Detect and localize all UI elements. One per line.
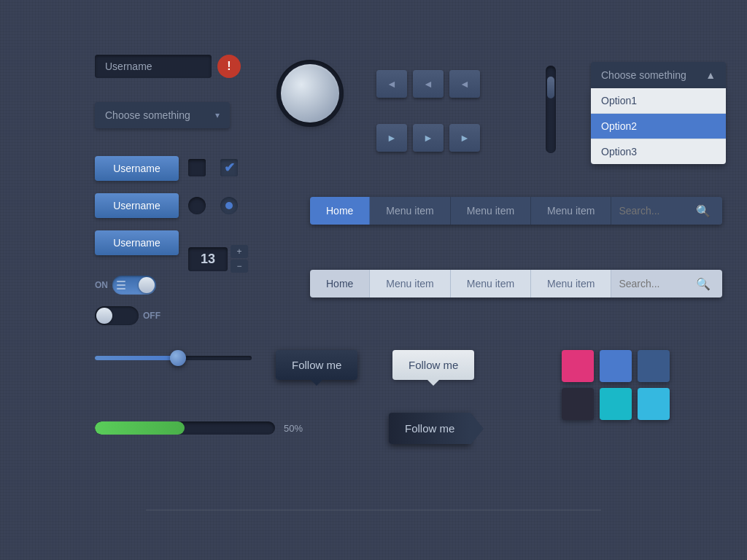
scrollbar-thumb [547, 77, 554, 98]
nav-tab-home-light[interactable]: Home [310, 270, 370, 298]
dropdown-left-group: Choose something ▾ [95, 102, 230, 128]
dropdown-left-label: Choose something [105, 109, 190, 121]
dropdown-right-group: Choose something ▲ Option1 Option2 Optio… [591, 62, 726, 164]
vertical-scrollbar[interactable] [546, 66, 556, 153]
nav-tab-menu1-dark[interactable]: Menu item [370, 197, 450, 225]
follow-light-button[interactable]: Follow me [392, 350, 474, 380]
dropdown-option-3[interactable]: Option3 [591, 139, 726, 164]
bottom-divider [146, 510, 601, 510]
dropdown-option-1[interactable]: Option1 [591, 88, 726, 114]
rotary-knob-container [281, 64, 339, 122]
arrow-left-2[interactable]: ◄ [413, 70, 444, 98]
nav-bar-dark: Home Menu item Menu item Menu item 🔍 [310, 197, 722, 225]
progress-track [95, 421, 275, 435]
nav-search-input-light[interactable] [619, 278, 692, 289]
swatch-teal[interactable] [600, 388, 632, 420]
progress-group: 50% [95, 421, 303, 435]
stepper-decrement[interactable]: − [231, 260, 248, 273]
color-swatches [562, 350, 670, 420]
checkbox-checked[interactable]: ✔ [220, 159, 238, 176]
nav-tab-menu3-dark[interactable]: Menu item [531, 197, 611, 225]
follow-arrow-group: Follow me [389, 413, 471, 444]
text-input-group: ! [95, 55, 241, 78]
alert-badge[interactable]: ! [217, 55, 241, 78]
arrow-left-3[interactable]: ◄ [449, 70, 480, 98]
toggle-off-knob [96, 308, 112, 324]
nav-tab-menu3-light[interactable]: Menu item [531, 270, 611, 298]
toggle-on[interactable] [112, 276, 156, 295]
toggle-on-lines [117, 281, 125, 289]
swatch-blue[interactable] [600, 350, 632, 382]
nav-tab-menu2-dark[interactable]: Menu item [451, 197, 531, 225]
follow-light-group: Follow me [392, 350, 474, 380]
nav-search-light: 🔍 [611, 270, 722, 298]
radio-button-on[interactable] [220, 197, 238, 214]
checkmark-icon: ✔ [224, 160, 235, 176]
progress-fill [95, 421, 185, 435]
search-icon-dark: 🔍 [696, 204, 711, 218]
arrow-right-2[interactable]: ► [413, 124, 444, 152]
toggle-on-group: ON [95, 276, 156, 295]
slider-group [95, 356, 252, 360]
dropdown-option-2[interactable]: Option2 [591, 114, 726, 139]
search-icon-light: 🔍 [696, 277, 711, 291]
arrow-buttons-row-2: ► ► ► [376, 124, 480, 152]
username-button-2[interactable]: Username [95, 193, 179, 218]
arrow-buttons-row-1: ◄ ◄ ◄ [376, 70, 480, 98]
arrow-left-1[interactable]: ◄ [376, 70, 407, 98]
nav-search-input-dark[interactable] [619, 205, 692, 217]
toggle-off[interactable] [95, 306, 139, 325]
slider-track[interactable] [95, 356, 252, 360]
nav-tab-menu2-light[interactable]: Menu item [451, 270, 531, 298]
stepper-value: 13 [188, 247, 228, 271]
toggle-off-group: OFF [95, 306, 160, 325]
dropdown-right-list: Option1 Option2 Option3 [591, 88, 726, 164]
chevron-up-icon: ▲ [705, 69, 716, 81]
stepper-increment[interactable]: + [231, 245, 248, 258]
toggle-on-knob [139, 277, 155, 293]
radio-button-off[interactable] [188, 197, 206, 214]
toggle-on-label: ON [95, 280, 108, 290]
arrow-right-tip [471, 413, 484, 445]
arrow-right-1[interactable]: ► [376, 124, 407, 152]
nav-search-dark: 🔍 [611, 197, 722, 225]
checkbox-unchecked[interactable] [188, 159, 206, 176]
nav-bar-light: Home Menu item Menu item Menu item 🔍 [310, 270, 722, 298]
alert-icon: ! [227, 60, 231, 73]
follow-arrow-button[interactable]: Follow me [389, 413, 471, 444]
dropdown-right-header[interactable]: Choose something ▲ [591, 62, 726, 88]
dropdown-right-label: Choose something [601, 69, 686, 81]
swatch-pink[interactable] [562, 350, 594, 382]
swatch-cyan[interactable] [638, 388, 670, 420]
swatch-dark[interactable] [562, 388, 594, 420]
arrow-right-3[interactable]: ► [449, 124, 480, 152]
nav-tab-home-dark[interactable]: Home [310, 197, 370, 225]
nav-tab-menu1-light[interactable]: Menu item [370, 270, 450, 298]
number-stepper: 13 + − [188, 245, 248, 273]
rotary-knob[interactable] [281, 64, 339, 122]
username-input[interactable] [95, 55, 212, 78]
dropdown-left[interactable]: Choose something ▾ [95, 102, 230, 128]
slider-fill [95, 356, 181, 360]
stepper-buttons: + − [231, 245, 248, 273]
username-button-3[interactable]: Username [95, 230, 179, 255]
progress-label: 50% [284, 423, 303, 434]
slider-thumb[interactable] [170, 350, 186, 366]
chevron-down-icon: ▾ [215, 110, 220, 120]
toggle-off-label: OFF [143, 311, 160, 321]
follow-dark-button[interactable]: Follow me [276, 350, 357, 380]
swatch-dark-blue[interactable] [638, 350, 670, 382]
follow-dark-group: Follow me [276, 350, 357, 380]
username-button-1[interactable]: Username [95, 156, 179, 181]
